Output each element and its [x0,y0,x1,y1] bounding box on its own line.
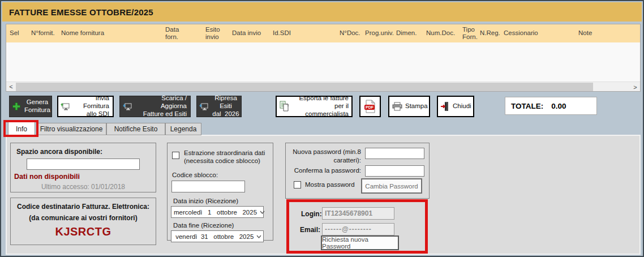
app-window: FATTURE EMESSE OTTOBRE/2025 Sel N°fornit… [0,0,644,257]
data-fine-select[interactable]: venerdì 31 ottobre 2025 [171,230,264,242]
login-input[interactable] [322,207,394,220]
chevron-down-icon [254,235,264,238]
totale-value: 0.00 [551,102,566,110]
estrazione-label: Estrazione straordinaria dati (necessita… [184,149,265,165]
codice-destinatario-line2: (da comunicare ai vostri fornitori) [11,214,156,222]
email-label: Email: [300,226,320,234]
spazio-groupbox: Spazio ancora disponibile: Dati non disp… [10,143,156,192]
horizontal-scrollbar[interactable]: < > [6,82,640,91]
column-header-tipoforn: Tipo Forn. [462,24,479,42]
spazio-label: Spazio ancora disponibile: [16,148,102,156]
password-groupbox: Nuova password (min.8 caratteri): Confer… [285,143,430,199]
column-header-nome: Nome fornitura [61,24,165,42]
chevron-down-icon [257,211,267,214]
printer-icon [389,102,405,111]
codice-destinatario-value: KJSRCTG [11,225,156,238]
codice-sblocco-label: Codice sblocco: [172,172,218,178]
column-header-note: Note [578,24,629,42]
codice-destinatario-line1: Codice destinatario Fatturaz. Elettronic… [11,203,156,211]
column-header-esitoinvio: Esito invio [205,24,231,42]
richiesta-nuova-password-button[interactable]: Richiesta nuova Password [321,235,399,250]
monitor-download-icon [197,102,211,111]
column-header-dataforn: Data forn. [165,24,205,42]
info-tab-panel: Spazio ancora disponibile: Dati non disp… [6,135,641,255]
esporta-fatture-button[interactable]: Esporta le fatture per il commercialista [276,96,353,117]
genera-fornitura-button[interactable]: Genera Fornitura [9,96,52,117]
tab-info[interactable]: Info [8,122,35,135]
monitor-upload-icon [58,102,72,111]
column-header-datainvio: Data invio [232,24,272,42]
invoice-table-body-empty [6,42,640,82]
login-label: Login: [301,210,322,218]
ripresa-esiti-button[interactable]: Ripresa Esiti dal 2026 [196,96,242,117]
scroll-left-icon[interactable]: < [6,82,16,92]
mostra-password-label: Mostra password [305,181,355,188]
plus-icon [10,102,23,111]
tab-filtro-visualizzazione[interactable]: Filtro visualizzazione [36,123,106,135]
nuova-password-label: Nuova password (min.8 caratteri): [290,148,361,165]
column-header-cessionario: Cessionario [504,24,578,42]
scroll-right-icon[interactable]: > [630,82,640,92]
page-title: FATTURE EMESSE OTTOBRE/2025 [9,7,153,17]
data-inizio-select[interactable]: mercoledì 1 ottobre 2025 [171,206,264,218]
email-input[interactable] [322,223,394,235]
spazio-input[interactable] [27,159,140,170]
column-header-numdoc: Num.Doc. [426,24,462,42]
tab-notifiche-esito[interactable]: Notifiche Esito [106,123,165,135]
invoice-table: Sel N°fornit. Nome fornitura Data forn. … [6,24,641,92]
data-inizio-label: Data inizio (Ricezione) [173,198,238,204]
invoice-table-header: Sel N°fornit. Nome fornitura Data forn. … [6,24,640,42]
column-header-ndoc: N°Doc. [340,24,364,42]
dati-non-disponibili-text: Dati non disponibili [14,173,80,181]
stampa-button[interactable]: Stampa [388,96,430,117]
column-header-idsdi: Id.SDI [273,24,339,42]
conferma-password-label: Conferma la password: [287,167,361,174]
cambia-password-button[interactable]: Cambia Password [361,178,422,194]
totale-label: TOTALE: [511,102,543,110]
window-title-bar: FATTURE EMESSE OTTOBRE/2025 [2,2,642,22]
nuova-password-input[interactable] [365,148,424,159]
invia-fornitura-sdi-button[interactable]: Invia Fornitura allo SDI [57,96,114,117]
estrazione-groupbox: Estrazione straordinaria dati (necessita… [167,143,273,241]
column-header-nfornit: N°fornit. [31,24,61,42]
scrollbar-thumb[interactable] [16,83,593,91]
exit-door-icon [438,101,453,112]
column-header-sel: Sel [10,24,31,42]
svg-text:PDF: PDF [366,105,374,109]
mostra-password-checkbox[interactable] [294,181,301,189]
tab-legenda[interactable]: Legenda [165,123,201,135]
pdf-button[interactable]: PDF [359,96,381,117]
codice-sblocco-input[interactable] [171,181,245,192]
scarica-aggiorna-button[interactable]: Scarica / Aggiorna Fatture ed Esiti [119,96,191,117]
pdf-icon: PDF [364,100,376,113]
totale-box: TOTALE: 0.00 [505,97,597,115]
monitor-download-icon [120,102,135,111]
export-documents-icon [277,101,293,112]
chiudi-button[interactable]: Chiudi [437,96,474,117]
ultimo-accesso-text: Ultimo accesso: 01/01/2018 [11,183,156,191]
column-header-nreg: N.Reg. [480,24,503,42]
column-header-dimen: Dimen. [396,24,426,42]
conferma-password-input[interactable] [365,165,424,177]
codice-destinatario-groupbox: Codice destinatario Fatturaz. Elettronic… [10,198,156,245]
estrazione-checkbox[interactable] [172,152,179,159]
column-header-proguniv: Prog.univ. [365,24,396,42]
data-fine-label: Data fine (Ricezione) [173,222,234,229]
